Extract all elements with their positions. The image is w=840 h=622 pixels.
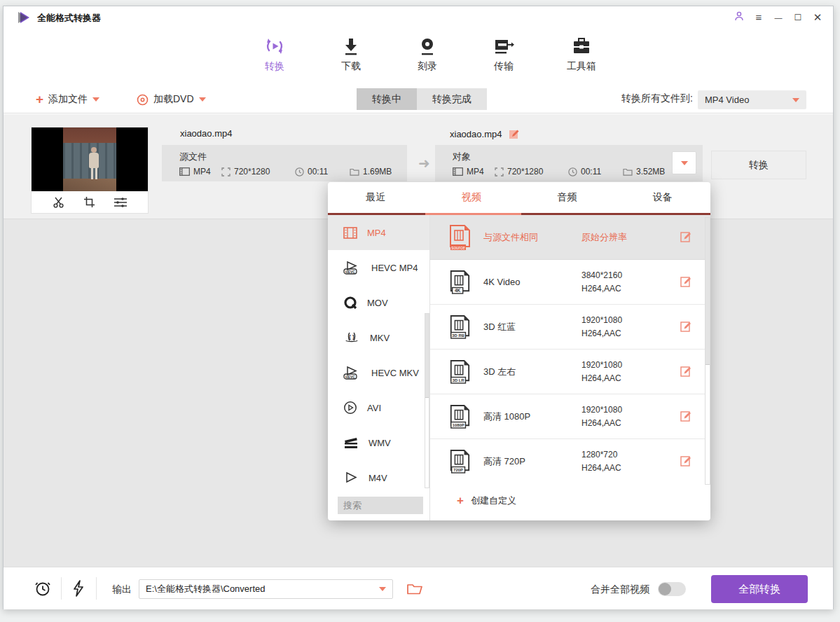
preset-row-720p[interactable]: 720P 高清 720P 1280*720H264,AAC (430, 439, 710, 484)
rename-icon[interactable] (509, 128, 520, 139)
high-speed-icon[interactable] (72, 580, 85, 597)
preset-name: 3D 左右 (483, 366, 581, 378)
chevron-down-icon (379, 587, 386, 591)
preset-codecs: H264,AAC (581, 418, 621, 428)
preset-row-4k[interactable]: 4K 4K Video 3840*2160H264,AAC (430, 260, 710, 305)
dvd-icon (137, 94, 149, 106)
mkv-icon: { } (343, 331, 360, 345)
merge-toggle[interactable] (658, 582, 686, 596)
edit-preset-icon[interactable] (680, 410, 692, 422)
maximize-button[interactable]: ☐ (788, 13, 808, 22)
schedule-icon[interactable] (34, 580, 51, 597)
thumbnail-image (32, 127, 148, 191)
tab-finished[interactable]: 转换完成 (417, 88, 487, 110)
preset-resolution: 3840*2160 (581, 270, 622, 280)
preset-row-source[interactable]: source 与源文件相同 原始分辨率 (430, 215, 710, 260)
preset-codecs: H264,AAC (581, 373, 621, 383)
crop-icon[interactable] (83, 196, 95, 208)
popup-tab-recent[interactable]: 最近 (328, 182, 424, 213)
hevc-icon: HEVC (343, 366, 362, 380)
popup-tab-device[interactable]: 设备 (615, 182, 711, 213)
source-duration: 00:11 (308, 167, 328, 177)
open-folder-icon[interactable] (407, 583, 422, 595)
output-path-select[interactable]: E:\全能格式转换器\Converted (139, 579, 393, 599)
add-files-button[interactable]: + 添加文件 (36, 91, 99, 108)
convert-all-button[interactable]: 全部转换 (711, 575, 808, 603)
toolbox-icon (546, 34, 617, 58)
format-item-avi[interactable]: AVI (328, 390, 429, 425)
tab-transfer[interactable]: 传输 (469, 34, 539, 73)
format-item-hevc-mp4[interactable]: HEVC HEVC MP4 (328, 250, 429, 285)
tab-toolbox[interactable]: 工具箱 (546, 34, 617, 73)
target-file-name: xiaodao.mp4 (450, 129, 502, 139)
svg-text:1080P: 1080P (453, 423, 464, 427)
preset-row-1080p[interactable]: 1080P 高清 1080P 1920*1080H264,AAC (430, 394, 710, 439)
format-item-hevc-mkv[interactable]: HEVC HEVC MKV (328, 355, 429, 390)
minimize-button[interactable]: — (769, 13, 788, 22)
tab-converting[interactable]: 转换中 (357, 88, 417, 110)
tab-convert[interactable]: 转换 (240, 34, 310, 73)
app-title: 全能格式转换器 (37, 12, 101, 25)
edit-preset-icon[interactable] (680, 230, 692, 242)
format-item-mkv[interactable]: { } MKV (328, 320, 429, 355)
format-sidebar: MP4 HEVC HEVC MP4 MOV { } MKV (328, 215, 430, 520)
sidebar-scrollbar[interactable] (425, 313, 429, 488)
target-duration: 00:11 (581, 167, 601, 177)
format-item-mp4[interactable]: MP4 (328, 215, 429, 250)
format-item-mov[interactable]: MOV (328, 285, 429, 320)
source-file-name: xiaodao.mp4 (180, 128, 232, 139)
m4v-icon (343, 471, 359, 484)
preset-codecs: H264,AAC (581, 329, 621, 338)
source-format: MP4 (193, 167, 211, 177)
format-item-m4v[interactable]: M4V (328, 460, 429, 488)
folder-icon (623, 167, 633, 176)
output-format-select[interactable]: MP4 Video (698, 90, 806, 109)
tab-download[interactable]: 下载 (316, 34, 386, 73)
edit-preset-icon[interactable] (680, 455, 692, 466)
popup-tab-audio[interactable]: 音频 (519, 182, 615, 213)
format-search-input[interactable] (338, 497, 423, 514)
preset-resolution: 1920*1080 (581, 315, 622, 325)
toggle-knob (659, 583, 671, 595)
source-resolution: 720*1280 (234, 167, 270, 177)
tab-burn[interactable]: 刻录 (392, 34, 462, 73)
svg-text:720P: 720P (453, 468, 463, 472)
merge-label: 合并全部视频 (591, 583, 649, 596)
edit-preset-icon[interactable] (680, 365, 692, 377)
edit-preset-icon[interactable] (680, 275, 692, 287)
svg-text:4K: 4K (455, 288, 461, 293)
popup-tabs: 最近 视频 音频 设备 (328, 182, 710, 213)
divider (61, 577, 62, 600)
target-resolution: 720*1280 (507, 167, 543, 177)
edit-preset-icon[interactable] (680, 320, 692, 332)
create-custom-button[interactable]: + 创建自定义 (457, 494, 710, 508)
convert-row-button[interactable]: 转换 (711, 151, 806, 179)
titlebar: 全能格式转换器 ≡ — ☐ ✕ (4, 6, 833, 30)
source-size: 1.69MB (363, 167, 392, 177)
svg-text:{ }: { } (349, 333, 354, 340)
popup-tab-video[interactable]: 视频 (424, 182, 520, 213)
target-format-dropdown-button[interactable] (672, 151, 696, 174)
folder-icon (350, 167, 359, 176)
bottom-bar: 输出 E:\全能格式转换器\Converted 合并全部视频 全部转换 (4, 567, 833, 609)
close-button[interactable]: ✕ (808, 11, 827, 24)
preset-row-3d-rb[interactable]: 3D RB 3D 红蓝 1920*1080H264,AAC (430, 305, 710, 350)
film-icon (179, 167, 190, 176)
download-icon (316, 34, 386, 58)
account-icon[interactable] (729, 11, 749, 24)
format-item-wmv[interactable]: WMV (328, 425, 429, 460)
trim-icon[interactable] (53, 197, 65, 208)
format-popup: 最近 视频 音频 设备 MP4 HEVC HEVC MP4 (328, 182, 710, 520)
main-nav: 转换 下载 刻录 传输 工具箱 (4, 30, 833, 83)
load-dvd-button[interactable]: 加载DVD (137, 91, 206, 108)
preset-scrollbar[interactable] (705, 217, 710, 485)
content-area: xiaodao.mp4 源文件 MP4 720*1280 00:11 1.69M… (4, 114, 833, 567)
effects-icon[interactable] (113, 197, 128, 208)
chevron-down-icon (792, 98, 799, 102)
preset-file-icon: 3D LR (447, 359, 472, 385)
chevron-down-icon (199, 97, 206, 102)
menu-icon[interactable]: ≡ (749, 11, 769, 23)
preset-row-3d-lr[interactable]: 3D LR 3D 左右 1920*1080H264,AAC (430, 350, 710, 394)
preset-name: 与源文件相同 (483, 231, 581, 244)
preset-resolution: 1920*1080 (581, 360, 622, 370)
